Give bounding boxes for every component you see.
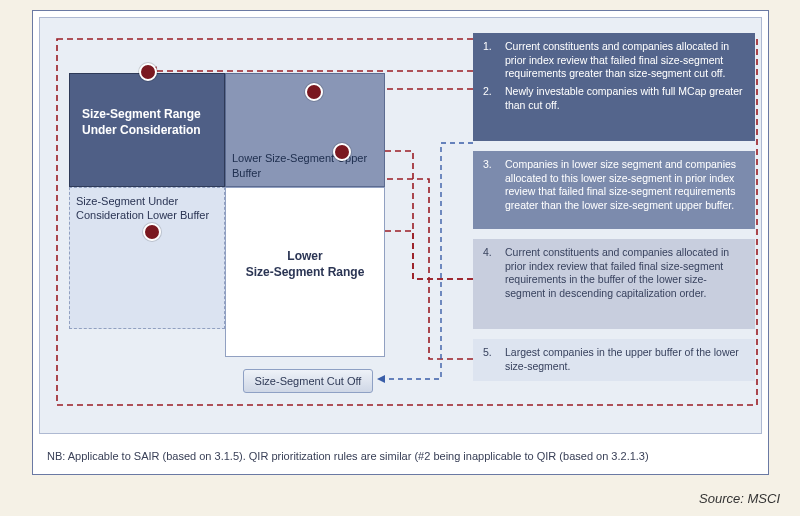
main-block-line2: Under Consideration — [82, 123, 201, 137]
block-consideration-lower-buffer: Size-Segment Under Consideration Lower B… — [69, 187, 225, 329]
lower-range-line2: Size-Segment Range — [246, 265, 365, 279]
rule-4-text: Current constituents and companies alloc… — [505, 246, 745, 301]
lower-buf-line1: Size-Segment Under — [76, 195, 178, 207]
rule-4-number: 4. — [483, 246, 495, 301]
size-segment-cutoff-button[interactable]: Size-Segment Cut Off — [243, 369, 373, 393]
rule-panel-4: 4. Current constituents and companies al… — [473, 239, 755, 329]
rule-1-number: 1. — [483, 40, 495, 81]
source-attribution: Source: MSCI — [699, 491, 780, 506]
footnote-text: NB: Applicable to SAIR (based on 3.1.5).… — [47, 450, 754, 462]
cutoff-label: Size-Segment Cut Off — [255, 375, 362, 387]
callout-dot-upper-buffer — [305, 83, 323, 101]
rule-5-text: Largest companies in the upper buffer of… — [505, 346, 745, 373]
rule-2-text: Newly investable companies with full MCa… — [505, 85, 745, 112]
rule-panel-5: 5. Largest companies in the upper buffer… — [473, 339, 755, 381]
lower-buf-line2: Consideration Lower Buffer — [76, 209, 209, 221]
rule-panel-3: 3. Companies in lower size segment and c… — [473, 151, 755, 229]
rule-1-text: Current constituents and companies alloc… — [505, 40, 745, 81]
rule-3-number: 3. — [483, 158, 495, 213]
callout-dot-main — [139, 63, 157, 81]
rule-2-number: 2. — [483, 85, 495, 112]
block-lower-size-segment-range: Lower Size-Segment Range — [225, 187, 385, 357]
lower-range-line1: Lower — [287, 249, 322, 263]
upper-buf-line2: Buffer — [232, 167, 261, 179]
block-size-segment-under-consideration: Size-Segment Range Under Consideration — [69, 73, 225, 187]
rule-5-number: 5. — [483, 346, 495, 373]
callout-dot-lower-buffer — [143, 223, 161, 241]
rule-panel-1-2: 1. Current constituents and companies al… — [473, 33, 755, 141]
diagram-frame: Size-Segment Range Under Consideration L… — [32, 10, 769, 475]
main-block-line1: Size-Segment Range — [82, 107, 201, 121]
rule-3-text: Companies in lower size segment and comp… — [505, 158, 745, 213]
callout-dot-upper-buffer-2 — [333, 143, 351, 161]
